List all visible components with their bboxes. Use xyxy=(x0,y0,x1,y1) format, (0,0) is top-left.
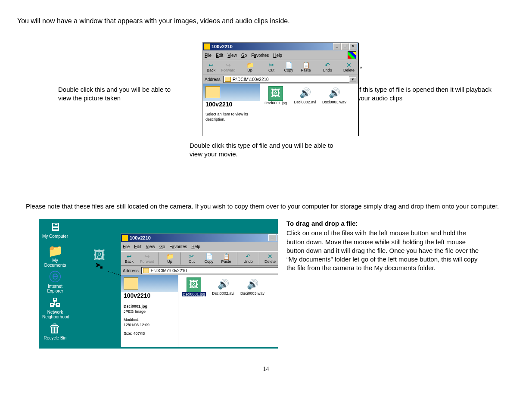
copy-button[interactable]: 📄Copy xyxy=(202,253,215,264)
delete-button[interactable]: ✕Delete xyxy=(342,62,355,72)
media-file-icon: 🔊 xyxy=(298,86,312,100)
network-icon: 🖧 xyxy=(42,297,68,309)
audio-file-icon: 🔊 xyxy=(246,277,259,291)
image-file-icon: 🖼 xyxy=(86,249,112,262)
file-details: Dsci0001.jpg JPEG Image Modified: 12/01/… xyxy=(124,304,175,336)
paste-button[interactable]: 📋Paste xyxy=(220,253,233,264)
detail-modified-label: Modified: xyxy=(124,318,140,322)
up-button[interactable]: 📁Up xyxy=(163,253,176,264)
folder-title: 100v2210 xyxy=(205,101,257,108)
menu-file[interactable]: File xyxy=(205,53,212,58)
file-label: Dsci0001.jpg xyxy=(182,292,206,296)
file-label: Dsci0003.wav xyxy=(240,291,264,296)
page-number: 14 xyxy=(17,366,515,373)
window-title: 100v2210 xyxy=(212,44,233,49)
file-item-wav[interactable]: 🔊 Dsci0003.wav xyxy=(240,277,265,296)
instructions-heading: To drag and drop a file: xyxy=(286,219,480,228)
menu-favorites[interactable]: Favorites xyxy=(169,244,187,249)
folder-title: 100v2210 xyxy=(124,292,175,299)
figure-2: 🖥 My Computer 📁 My Documents ⓔ Internet … xyxy=(39,219,515,349)
detail-modified-value: 12/01/03 12:09 xyxy=(124,323,149,327)
paste-button[interactable]: 📋Paste xyxy=(299,62,312,72)
menu-go[interactable]: Go xyxy=(241,53,247,58)
toolbar: ↩Back ↪Forward 📁Up ✂Cut 📄Copy 📋Paste ↶Un… xyxy=(121,251,278,266)
big-folder-icon xyxy=(124,277,138,290)
icon-label: Internet Explorer xyxy=(47,284,63,293)
address-bar: Address F:\DCIM\100v2210 ▼ xyxy=(121,266,278,275)
forward-button[interactable]: ↪Forward xyxy=(222,62,235,72)
file-item-avi[interactable]: 🔊 Dsci0002.avi xyxy=(292,86,318,104)
cut-button[interactable]: ✂Cut xyxy=(265,62,278,72)
folder-icon xyxy=(143,268,149,273)
undo-button[interactable]: ↶Undo xyxy=(321,62,334,72)
minimize-button[interactable]: _ xyxy=(333,43,341,50)
maximize-button[interactable]: □ xyxy=(341,43,349,50)
image-file-icon: 🖼 xyxy=(268,86,283,101)
menu-edit[interactable]: Edit xyxy=(216,53,223,58)
menu-file[interactable]: File xyxy=(123,244,130,249)
address-dropdown[interactable]: ▼ xyxy=(349,77,356,82)
file-item-avi[interactable]: 🔊 Dsci0002.avi xyxy=(210,277,236,296)
file-label: Dsci0002.avi xyxy=(294,100,316,104)
toolbar-overflow-icon[interactable]: » xyxy=(360,65,362,70)
menu-favorites[interactable]: Favorites xyxy=(251,53,269,58)
desktop-icon-my-computer[interactable]: 🖥 My Computer xyxy=(42,221,68,239)
maximize-button[interactable]: □ xyxy=(277,234,278,241)
callout-right: If this type of file is opened then it w… xyxy=(358,85,500,102)
close-button[interactable]: × xyxy=(349,43,357,50)
cursor-icon: ➤ xyxy=(95,260,101,270)
file-item-jpg[interactable]: 🖼 Dsci0001.jpg xyxy=(181,277,207,296)
menu-go[interactable]: Go xyxy=(159,244,165,249)
instructions-body: Click on one of the files with the left … xyxy=(286,229,480,272)
ie-icon: ⓔ xyxy=(42,271,68,283)
cut-button[interactable]: ✂Cut xyxy=(185,253,198,264)
desktop-icon-ie[interactable]: ⓔ Internet Explorer xyxy=(42,271,68,293)
forward-button[interactable]: ↪Forward xyxy=(140,253,154,264)
menu-view[interactable]: View xyxy=(146,244,155,249)
explorer-window-2: 100v2210 _ □ × File Edit View Go Favorit… xyxy=(121,234,278,346)
computer-icon: 🖥 xyxy=(42,221,68,233)
address-field[interactable]: F:\DCIM\100v2210 xyxy=(223,76,349,83)
file-pane[interactable]: 🖼 Dsci0001.jpg 🔊 Dsci0002.avi 🔊 Dsci0003… xyxy=(260,84,358,137)
file-pane[interactable]: 🖼 Dsci0001.jpg 🔊 Dsci0002.avi 🔊 Dsci0003… xyxy=(178,275,278,347)
file-label: Dsci0003.wav xyxy=(322,100,346,104)
titlebar[interactable]: 100v2210 _ □ × xyxy=(121,234,278,242)
desktop-icon-network[interactable]: 🖧 Network Neighborhood xyxy=(42,297,68,319)
info-pane: 100v2210 Dsci0001.jpg JPEG Image Modifie… xyxy=(121,275,178,347)
folder-icon xyxy=(122,235,128,241)
menu-help[interactable]: Help xyxy=(191,244,200,249)
icon-label: My Documents xyxy=(44,258,66,268)
image-file-icon: 🖼 xyxy=(187,277,201,292)
content-area: 100v2210 Select an item to view its desc… xyxy=(203,84,358,137)
info-pane: 100v2210 Select an item to view its desc… xyxy=(203,84,260,137)
instructions: To drag and drop a file: Click on one of… xyxy=(286,219,480,273)
content-area: 100v2210 Dsci0001.jpg JPEG Image Modifie… xyxy=(121,275,278,347)
back-button[interactable]: ↩Back xyxy=(123,253,136,264)
file-item-jpg[interactable]: 🖼 Dsci0001.jpg xyxy=(263,86,289,105)
big-folder-icon xyxy=(205,86,220,98)
back-button[interactable]: ↩Back xyxy=(205,62,218,72)
minimize-button[interactable]: _ xyxy=(268,234,276,241)
menu-view[interactable]: View xyxy=(227,53,237,58)
copy-button[interactable]: 📄Copy xyxy=(282,62,295,72)
figure-1: Double click this and you will be able t… xyxy=(17,42,515,176)
up-button[interactable]: 📁Up xyxy=(243,62,256,72)
address-label: Address xyxy=(123,268,139,273)
undo-button[interactable]: ↶Undo xyxy=(242,253,255,264)
audio-file-icon: 🔊 xyxy=(327,86,341,100)
file-item-wav[interactable]: 🔊 Dsci0003.wav xyxy=(321,86,347,104)
desktop-screenshot: 🖥 My Computer 📁 My Documents ⓔ Internet … xyxy=(39,219,278,349)
detail-name: Dsci0001.jpg xyxy=(124,304,175,309)
folder-icon xyxy=(204,44,210,50)
titlebar[interactable]: 100v2210 _ □ × xyxy=(203,43,358,50)
address-bar: Address F:\DCIM\100v2210 ▼ xyxy=(203,75,358,84)
file-label: Dsci0001.jpg xyxy=(264,101,287,105)
window-title: 100v2210 xyxy=(130,235,151,240)
menu-edit[interactable]: Edit xyxy=(134,244,141,249)
delete-button[interactable]: ✕Delete xyxy=(264,253,277,264)
folder-icon: 📁 xyxy=(42,245,68,257)
desktop-icon-recycle-bin[interactable]: 🗑 Recycle Bin xyxy=(42,323,68,340)
desktop-icon-my-documents[interactable]: 📁 My Documents xyxy=(42,245,68,268)
menu-help[interactable]: Help xyxy=(273,53,282,58)
address-field[interactable]: F:\DCIM\100v2210 xyxy=(141,267,278,274)
